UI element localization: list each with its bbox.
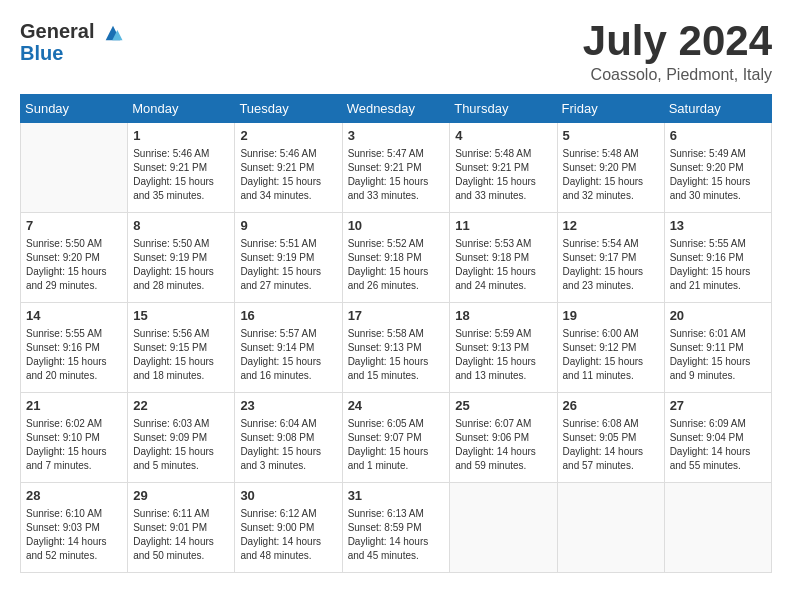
calendar-day-cell — [450, 483, 557, 573]
day-info-line: Sunset: 9:00 PM — [240, 521, 336, 535]
day-info-line: Sunset: 9:21 PM — [348, 161, 445, 175]
calendar-day-header: Saturday — [664, 95, 771, 123]
day-info-line: Sunrise: 6:09 AM — [670, 417, 766, 431]
day-info-line: and 29 minutes. — [26, 279, 122, 293]
day-info-line: Sunset: 9:20 PM — [670, 161, 766, 175]
calendar-header-row: SundayMondayTuesdayWednesdayThursdayFrid… — [21, 95, 772, 123]
calendar-day-cell: 23Sunrise: 6:04 AMSunset: 9:08 PMDayligh… — [235, 393, 342, 483]
day-info-line: and 59 minutes. — [455, 459, 551, 473]
day-info-line: Sunrise: 5:59 AM — [455, 327, 551, 341]
calendar-day-cell: 3Sunrise: 5:47 AMSunset: 9:21 PMDaylight… — [342, 123, 450, 213]
day-number: 21 — [26, 397, 122, 415]
day-info-line: and 20 minutes. — [26, 369, 122, 383]
day-info-line: Daylight: 15 hours — [670, 175, 766, 189]
calendar-week-row: 14Sunrise: 5:55 AMSunset: 9:16 PMDayligh… — [21, 303, 772, 393]
day-info-line: Daylight: 14 hours — [26, 535, 122, 549]
day-number: 12 — [563, 217, 659, 235]
day-info-line: Daylight: 15 hours — [26, 445, 122, 459]
calendar-day-cell — [557, 483, 664, 573]
day-info-line: Sunrise: 5:52 AM — [348, 237, 445, 251]
calendar-day-cell: 14Sunrise: 5:55 AMSunset: 9:16 PMDayligh… — [21, 303, 128, 393]
calendar-day-header: Thursday — [450, 95, 557, 123]
calendar-day-cell: 10Sunrise: 5:52 AMSunset: 9:18 PMDayligh… — [342, 213, 450, 303]
day-info-line: Daylight: 15 hours — [563, 175, 659, 189]
day-info-line: Sunset: 9:04 PM — [670, 431, 766, 445]
day-info-line: and 5 minutes. — [133, 459, 229, 473]
day-info-line: Sunset: 9:19 PM — [133, 251, 229, 265]
day-info-line: Sunrise: 5:57 AM — [240, 327, 336, 341]
day-info-line: Daylight: 15 hours — [563, 265, 659, 279]
calendar-day-cell: 30Sunrise: 6:12 AMSunset: 9:00 PMDayligh… — [235, 483, 342, 573]
day-number: 26 — [563, 397, 659, 415]
calendar-day-cell: 20Sunrise: 6:01 AMSunset: 9:11 PMDayligh… — [664, 303, 771, 393]
day-number: 24 — [348, 397, 445, 415]
day-info-line: Sunset: 9:12 PM — [563, 341, 659, 355]
calendar-day-header: Monday — [128, 95, 235, 123]
day-info-line: Sunrise: 5:51 AM — [240, 237, 336, 251]
day-number: 2 — [240, 127, 336, 145]
page-header: General Blue July 2024 Coassolo, Piedmon… — [20, 20, 772, 84]
day-info-line: and 23 minutes. — [563, 279, 659, 293]
location: Coassolo, Piedmont, Italy — [583, 66, 772, 84]
day-info-line: Daylight: 15 hours — [348, 265, 445, 279]
day-info-line: Sunrise: 5:55 AM — [670, 237, 766, 251]
day-info-line: Sunrise: 6:12 AM — [240, 507, 336, 521]
day-info-line: Sunrise: 5:47 AM — [348, 147, 445, 161]
day-number: 22 — [133, 397, 229, 415]
day-number: 7 — [26, 217, 122, 235]
day-info-line: Daylight: 15 hours — [240, 355, 336, 369]
day-info-line: Sunrise: 5:46 AM — [240, 147, 336, 161]
day-info-line: Daylight: 14 hours — [240, 535, 336, 549]
day-info-line: Sunrise: 6:08 AM — [563, 417, 659, 431]
day-info-line: and 9 minutes. — [670, 369, 766, 383]
day-info-line: Sunrise: 5:48 AM — [455, 147, 551, 161]
day-number: 4 — [455, 127, 551, 145]
day-number: 28 — [26, 487, 122, 505]
day-info-line: Daylight: 14 hours — [670, 445, 766, 459]
day-info-line: and 48 minutes. — [240, 549, 336, 563]
day-info-line: Sunrise: 5:49 AM — [670, 147, 766, 161]
calendar-day-cell: 18Sunrise: 5:59 AMSunset: 9:13 PMDayligh… — [450, 303, 557, 393]
calendar-table: SundayMondayTuesdayWednesdayThursdayFrid… — [20, 94, 772, 573]
day-info-line: Sunset: 9:09 PM — [133, 431, 229, 445]
day-info-line: and 21 minutes. — [670, 279, 766, 293]
day-number: 9 — [240, 217, 336, 235]
day-info-line: and 55 minutes. — [670, 459, 766, 473]
day-info-line: and 34 minutes. — [240, 189, 336, 203]
day-number: 14 — [26, 307, 122, 325]
day-number: 10 — [348, 217, 445, 235]
logo-bird-icon — [102, 24, 124, 42]
calendar-day-cell: 22Sunrise: 6:03 AMSunset: 9:09 PMDayligh… — [128, 393, 235, 483]
day-number: 8 — [133, 217, 229, 235]
day-info-line: Sunrise: 6:04 AM — [240, 417, 336, 431]
day-number: 25 — [455, 397, 551, 415]
day-info-line: Sunrise: 5:48 AM — [563, 147, 659, 161]
day-info-line: Sunset: 9:21 PM — [240, 161, 336, 175]
day-info-line: Sunset: 9:03 PM — [26, 521, 122, 535]
day-info-line: Sunset: 9:18 PM — [455, 251, 551, 265]
day-info-line: Sunset: 9:21 PM — [133, 161, 229, 175]
calendar-day-cell: 1Sunrise: 5:46 AMSunset: 9:21 PMDaylight… — [128, 123, 235, 213]
day-info-line: Sunset: 9:14 PM — [240, 341, 336, 355]
day-info-line: Sunset: 9:21 PM — [455, 161, 551, 175]
day-info-line: Sunrise: 5:56 AM — [133, 327, 229, 341]
calendar-day-cell: 4Sunrise: 5:48 AMSunset: 9:21 PMDaylight… — [450, 123, 557, 213]
day-info-line: Sunrise: 5:55 AM — [26, 327, 122, 341]
day-info-line: Daylight: 15 hours — [133, 265, 229, 279]
day-info-line: Daylight: 15 hours — [240, 445, 336, 459]
day-info-line: and 18 minutes. — [133, 369, 229, 383]
day-number: 19 — [563, 307, 659, 325]
calendar-week-row: 7Sunrise: 5:50 AMSunset: 9:20 PMDaylight… — [21, 213, 772, 303]
day-info-line: Daylight: 15 hours — [240, 265, 336, 279]
day-number: 30 — [240, 487, 336, 505]
day-info-line: Daylight: 14 hours — [563, 445, 659, 459]
day-number: 5 — [563, 127, 659, 145]
calendar-day-cell: 31Sunrise: 6:13 AMSunset: 8:59 PMDayligh… — [342, 483, 450, 573]
calendar-day-cell: 13Sunrise: 5:55 AMSunset: 9:16 PMDayligh… — [664, 213, 771, 303]
day-info-line: Daylight: 15 hours — [26, 265, 122, 279]
day-info-line: and 16 minutes. — [240, 369, 336, 383]
calendar-day-header: Friday — [557, 95, 664, 123]
day-number: 23 — [240, 397, 336, 415]
day-info-line: and 33 minutes. — [348, 189, 445, 203]
day-info-line: Sunrise: 5:50 AM — [26, 237, 122, 251]
